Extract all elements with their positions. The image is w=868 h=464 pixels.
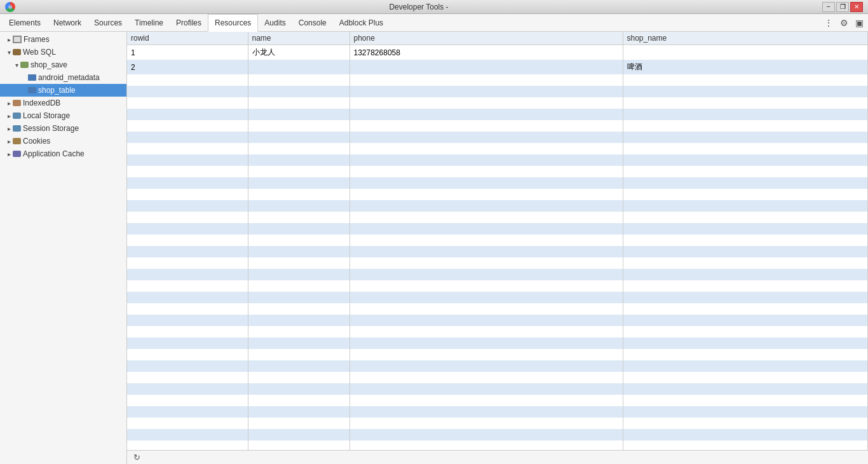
table-row[interactable]: 1小龙人13278268058 [127,45,868,60]
table-row[interactable] [127,269,868,280]
cookies-toggle[interactable] [5,138,13,145]
table-cell-name [248,429,349,440]
table-cell-name [248,326,349,338]
dock-icon[interactable]: ▣ [853,17,865,29]
table-cell-rowid [127,143,248,154]
sidebar-item-cookies[interactable]: Cookies [0,135,126,147]
table-row[interactable] [127,418,868,429]
table-row[interactable] [127,406,868,418]
frames-label: Frames [24,35,50,44]
table-cell-rowid [127,292,248,303]
table-cell-shop_name [623,154,868,166]
table-cell-rowid [127,269,248,280]
tab-sources[interactable]: Sources [88,14,128,32]
frames-toggle[interactable] [5,36,13,43]
table-cell-rowid [127,212,248,223]
col-name[interactable]: name [248,32,349,45]
table-row[interactable] [127,223,868,235]
local-storage-icon [13,113,21,119]
websql-toggle[interactable] [5,49,13,56]
table-row[interactable] [127,74,868,86]
minimize-button[interactable]: − [822,2,835,12]
indexeddb-toggle[interactable] [5,100,13,107]
table-row[interactable] [127,338,868,349]
table-cell-phone [349,212,623,223]
table-row[interactable] [127,429,868,440]
col-phone[interactable]: phone [349,32,623,45]
col-shop-name[interactable]: shop_name [623,32,868,45]
col-rowid[interactable]: rowid [127,32,248,45]
chrome-icon [5,2,15,12]
tab-timeline[interactable]: Timeline [128,14,170,32]
table-row[interactable] [127,120,868,132]
table-row[interactable] [127,189,868,200]
table-row[interactable] [127,372,868,383]
shop-save-toggle[interactable] [13,62,20,69]
sidebar-item-shop-table[interactable]: shop_table [0,84,126,97]
tab-elements[interactable]: Elements [3,14,47,32]
tab-audits[interactable]: Audits [258,14,292,32]
session-storage-toggle[interactable] [5,125,13,132]
cookies-label: Cookies [23,137,50,146]
table-cell-phone [349,223,623,235]
table-row[interactable] [127,257,868,269]
restore-button[interactable]: ❐ [836,2,849,12]
sidebar-item-indexeddb[interactable]: IndexedDB [0,97,126,109]
app-cache-toggle[interactable] [5,151,13,158]
table-row[interactable] [127,86,868,97]
table-row[interactable] [127,154,868,166]
refresh-button[interactable]: ↻ [131,452,142,463]
titlebar-title: Developer Tools - [15,3,822,11]
sidebar-item-frames[interactable]: Frames [0,33,126,46]
sidebar-item-android-metadata[interactable]: android_metadata [0,71,126,84]
table-row[interactable] [127,246,868,257]
table-row[interactable] [127,326,868,338]
table-cell-phone [349,303,623,315]
local-storage-toggle[interactable] [5,113,13,119]
table-row[interactable] [127,280,868,292]
table-row[interactable] [127,212,868,223]
sidebar-item-application-cache[interactable]: Application Cache [0,147,126,160]
table-cell-rowid [127,360,248,372]
content-area: rowid name phone shop_name 1小龙人132782680… [127,32,868,464]
table-row[interactable] [127,292,868,303]
table-cell-phone [349,406,623,418]
table-row[interactable] [127,395,868,406]
table-row[interactable] [127,132,868,143]
table-row[interactable] [127,109,868,120]
table-row[interactable]: 2啤酒 [127,60,868,74]
sidebar-item-local-storage[interactable]: Local Storage [0,109,126,122]
table-cell-shop_name [623,418,868,429]
close-button[interactable]: ✕ [850,2,863,12]
table-cell-rowid: 2 [127,60,248,74]
settings-icon[interactable]: ⋮ [822,17,835,29]
table-cell-shop_name [623,246,868,257]
table-cell-phone: 13278268058 [349,45,623,60]
table-row[interactable] [127,143,868,154]
table-row[interactable] [127,303,868,315]
tab-console[interactable]: Console [292,14,333,32]
table-cell-rowid [127,280,248,292]
tab-resources[interactable]: Resources [208,14,258,32]
tab-network[interactable]: Network [47,14,88,32]
table-row[interactable] [127,177,868,189]
table-row[interactable] [127,315,868,326]
table-row[interactable] [127,349,868,360]
sidebar-item-websql[interactable]: Web SQL [0,46,126,58]
table-wrapper[interactable]: rowid name phone shop_name 1小龙人132782680… [127,32,868,450]
tab-profiles[interactable]: Profiles [170,14,208,32]
table-row[interactable] [127,97,868,109]
table-row[interactable] [127,166,868,177]
sidebar-item-session-storage[interactable]: Session Storage [0,122,126,135]
tab-adblock[interactable]: Adblock Plus [333,14,390,32]
gear-icon[interactable]: ⚙ [837,17,850,29]
table-row[interactable] [127,235,868,246]
table-row[interactable] [127,440,868,450]
shop-table-label: shop_table [38,86,76,95]
table-cell-shop_name [623,109,868,120]
table-row[interactable] [127,360,868,372]
table-row[interactable] [127,200,868,212]
table-cell-shop_name [623,429,868,440]
table-row[interactable] [127,383,868,395]
sidebar-item-shop-save[interactable]: shop_save [0,58,126,71]
